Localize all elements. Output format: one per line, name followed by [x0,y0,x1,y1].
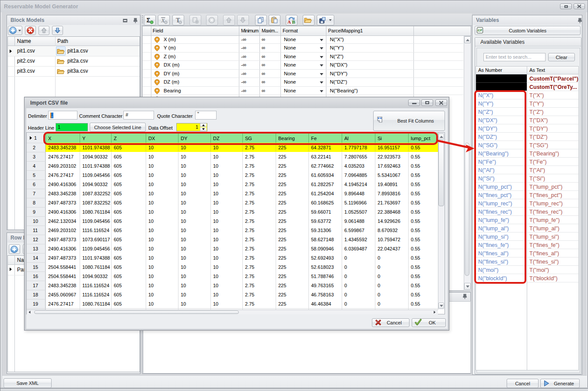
svg-text:A: A [287,19,291,25]
svg-text:B: B [292,19,296,25]
svg-text:Σ: Σ [147,17,150,24]
